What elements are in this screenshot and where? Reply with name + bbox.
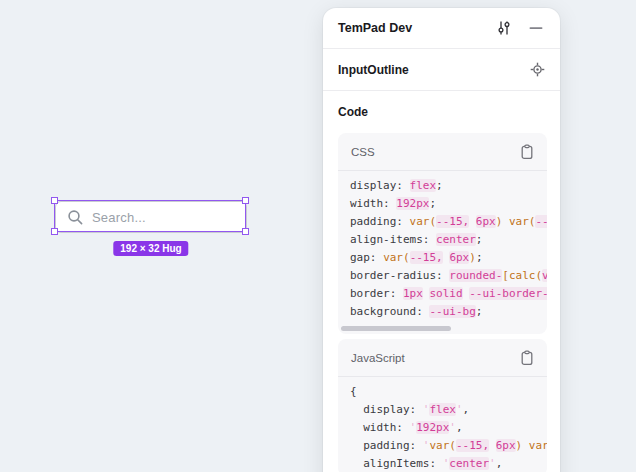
code-section-label: Code <box>338 105 368 119</box>
search-placeholder: Search... <box>92 210 146 225</box>
css-card-label: CSS <box>351 146 520 158</box>
scrollbar-thumb[interactable] <box>341 326 451 331</box>
css-code-card: CSS display: flex;width: 192px;padding: … <box>338 133 547 334</box>
code-section-header: Code <box>323 91 560 133</box>
plugin-title: TemPad Dev <box>338 21 496 35</box>
minimize-minus-icon[interactable] <box>529 20 543 36</box>
figma-canvas: Search... 192 × 32 Hug TemPad Dev <box>0 0 636 472</box>
copy-clipboard-icon[interactable] <box>520 144 534 160</box>
settings-sliders-icon[interactable] <box>496 20 512 36</box>
search-input[interactable]: Search... <box>55 201 247 233</box>
js-code-block: { display: 'flex', width: '192px', paddi… <box>338 377 547 472</box>
search-icon <box>67 209 84 226</box>
copy-clipboard-icon[interactable] <box>520 350 534 366</box>
css-code-block: display: flex;width: 192px;padding: var(… <box>338 171 547 324</box>
js-card-header: JavaScript <box>338 339 547 377</box>
crosshair-locate-icon[interactable] <box>530 62 545 77</box>
plugin-header: TemPad Dev <box>323 8 560 49</box>
css-horizontal-scrollbar <box>338 324 547 334</box>
tempad-dev-panel: TemPad Dev InputOutline <box>323 8 560 472</box>
component-name: InputOutline <box>338 63 530 77</box>
dimension-badge: 192 × 32 Hug <box>113 241 188 256</box>
js-code-card: JavaScript { display: 'flex', width: '19… <box>338 339 547 472</box>
selected-component-row: InputOutline <box>323 49 560 91</box>
css-card-header: CSS <box>338 133 547 171</box>
js-card-label: JavaScript <box>351 352 520 364</box>
